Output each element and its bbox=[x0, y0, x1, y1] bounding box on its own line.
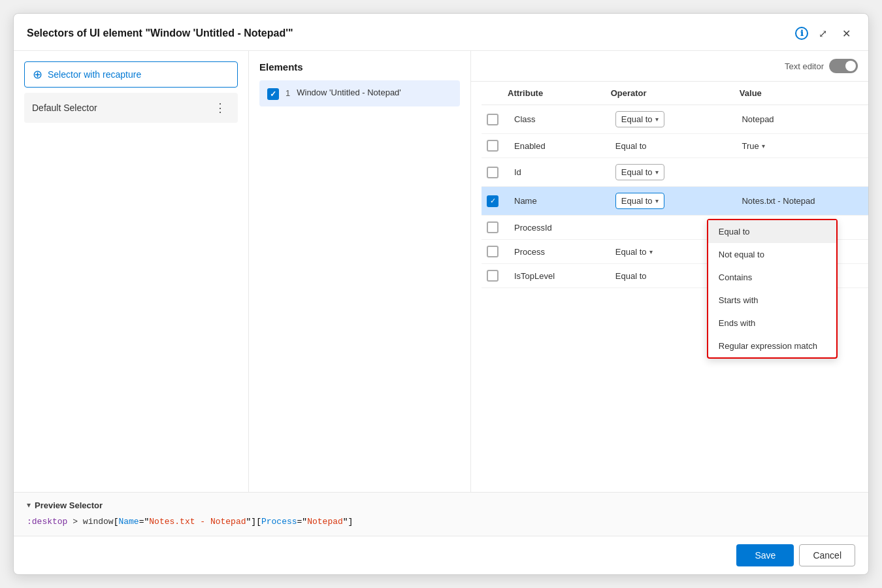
istoplevel-operator-text: Equal to bbox=[615, 271, 647, 281]
attr-header-row: Attribute Operator Value bbox=[482, 82, 868, 105]
info-icon[interactable]: ℹ bbox=[795, 27, 808, 40]
process-operator-dropdown[interactable]: Equal to ▾ bbox=[615, 247, 653, 257]
dialog-title: Selectors of UI element "Window 'Untitle… bbox=[27, 27, 790, 39]
class-checkbox[interactable] bbox=[487, 114, 498, 125]
save-button[interactable]: Save bbox=[736, 544, 794, 566]
processid-checkbox[interactable] bbox=[487, 221, 498, 233]
dialog-container: Selectors of UI element "Window 'Untitle… bbox=[13, 13, 869, 575]
add-selector-label: Selector with recapture bbox=[48, 69, 141, 80]
preview-panel: ▾ Preview Selector :desktop > window[Nam… bbox=[14, 492, 868, 536]
expand-button[interactable]: ⤢ bbox=[813, 24, 832, 42]
left-panel: ⊕ Selector with recapture Default Select… bbox=[14, 51, 249, 492]
process-operator-value: Equal to bbox=[615, 247, 647, 257]
code-eq2: =" bbox=[297, 517, 308, 527]
istoplevel-attr-name: IsTopLevel bbox=[508, 271, 615, 281]
process-checkbox[interactable] bbox=[487, 246, 498, 257]
attr-row-enabled: Enabled Equal to True ▾ bbox=[482, 134, 868, 158]
enabled-attr-value: True bbox=[742, 141, 759, 151]
class-attr-name: Class bbox=[508, 114, 615, 124]
operator-dropdown-menu: Equal to Not equal to Contains Starts wi… bbox=[707, 219, 838, 359]
attributes-table: Attribute Operator Value Class Equal to … bbox=[471, 82, 868, 492]
dialog-footer: Save Cancel bbox=[14, 536, 868, 574]
id-checkbox[interactable] bbox=[487, 167, 498, 178]
preview-title: Preview Selector bbox=[35, 500, 103, 510]
op-col-header: Operator bbox=[611, 88, 740, 98]
name-attr-name: Name bbox=[508, 196, 615, 206]
title-bar: Selectors of UI element "Window 'Untitle… bbox=[14, 14, 868, 51]
name-operator-value: Equal to bbox=[621, 196, 653, 206]
code-process-key: Process bbox=[261, 517, 297, 527]
name-operator-arrow: ▾ bbox=[655, 197, 659, 204]
name-checkbox[interactable] bbox=[487, 195, 498, 207]
id-attr-name: Id bbox=[508, 167, 615, 177]
processid-attr-name: ProcessId bbox=[508, 223, 615, 233]
element-name: Window 'Untitled - Notepad' bbox=[297, 87, 401, 99]
code-window-keyword: window bbox=[83, 517, 114, 527]
element-checkbox[interactable] bbox=[267, 88, 279, 100]
code-arrow: > bbox=[73, 517, 83, 527]
dropdown-option-equal[interactable]: Equal to bbox=[708, 220, 836, 243]
istoplevel-checkbox[interactable] bbox=[487, 270, 498, 282]
attr-row-name: Name Equal to ▾ Equal to Not equal to Co… bbox=[482, 187, 868, 216]
add-selector-button[interactable]: ⊕ Selector with recapture bbox=[24, 61, 238, 88]
default-selector-item[interactable]: Default Selector ⋮ bbox=[24, 93, 238, 123]
id-operator-dropdown[interactable]: Equal to ▾ bbox=[615, 164, 664, 180]
class-operator-value: Equal to bbox=[621, 114, 653, 124]
preview-code: :desktop > window[Name="Notes.txt - Note… bbox=[27, 515, 855, 529]
class-attr-value: Notepad bbox=[742, 114, 774, 124]
close-button[interactable]: ✕ bbox=[837, 24, 855, 42]
elements-header: Elements bbox=[259, 61, 460, 73]
code-name-key: Name bbox=[118, 517, 139, 527]
attr-col-header: Attribute bbox=[508, 88, 611, 98]
cancel-button[interactable]: Cancel bbox=[799, 544, 855, 566]
enabled-operator-text: Equal to bbox=[615, 141, 647, 151]
enabled-checkbox[interactable] bbox=[487, 140, 498, 152]
code-process-val: Notepad bbox=[307, 517, 343, 527]
right-panel: Text editor Attribute Operator Value bbox=[471, 51, 868, 492]
enabled-value-dropdown[interactable]: True ▾ bbox=[742, 141, 764, 151]
plus-icon: ⊕ bbox=[33, 67, 42, 82]
class-operator-arrow: ▾ bbox=[655, 116, 659, 123]
main-content: ⊕ Selector with recapture Default Select… bbox=[14, 51, 868, 492]
process-operator-arrow: ▾ bbox=[649, 248, 653, 255]
element-number: 1 bbox=[286, 88, 290, 98]
code-bracket2: [ bbox=[256, 517, 261, 527]
id-operator-arrow: ▾ bbox=[655, 169, 659, 176]
dropdown-option-notequal[interactable]: Not equal to bbox=[708, 243, 836, 266]
id-operator-value: Equal to bbox=[621, 167, 653, 177]
val-col-header: Value bbox=[740, 88, 868, 98]
title-actions: ⤢ ✕ bbox=[813, 24, 855, 42]
code-quote1: "] bbox=[246, 517, 257, 527]
name-attr-value: Notes.txt - Notepad bbox=[742, 196, 815, 206]
code-quote2: "] bbox=[343, 517, 353, 527]
element-item[interactable]: 1 Window 'Untitled - Notepad' bbox=[259, 80, 460, 106]
dropdown-option-contains[interactable]: Contains bbox=[708, 266, 836, 289]
code-name-val: Notes.txt - Notepad bbox=[149, 517, 246, 527]
dropdown-option-endswith[interactable]: Ends with bbox=[708, 312, 836, 335]
dropdown-option-startswith[interactable]: Starts with bbox=[708, 289, 836, 312]
enabled-value-arrow: ▾ bbox=[762, 142, 765, 150]
code-eq1: =" bbox=[139, 517, 150, 527]
middle-panel: Elements 1 Window 'Untitled - Notepad' bbox=[249, 51, 471, 492]
text-editor-switch[interactable] bbox=[829, 59, 858, 73]
process-attr-name: Process bbox=[508, 247, 615, 257]
name-operator-dropdown[interactable]: Equal to ▾ bbox=[615, 193, 664, 209]
right-panel-header: Text editor bbox=[471, 51, 868, 82]
preview-chevron-icon: ▾ bbox=[27, 500, 31, 510]
code-desktop: :desktop bbox=[27, 517, 67, 527]
class-operator-dropdown[interactable]: Equal to ▾ bbox=[615, 111, 664, 127]
selector-item-label: Default Selector bbox=[32, 103, 97, 113]
text-editor-toggle: Text editor bbox=[785, 59, 858, 73]
preview-header[interactable]: ▾ Preview Selector bbox=[27, 500, 855, 510]
selector-more-button[interactable]: ⋮ bbox=[210, 99, 230, 116]
dropdown-option-regex[interactable]: Regular expression match bbox=[708, 335, 836, 357]
attr-row-class: Class Equal to ▾ Notepad bbox=[482, 105, 868, 134]
attr-row-id: Id Equal to ▾ bbox=[482, 158, 868, 187]
enabled-attr-name: Enabled bbox=[508, 141, 615, 151]
text-editor-label: Text editor bbox=[785, 61, 824, 71]
